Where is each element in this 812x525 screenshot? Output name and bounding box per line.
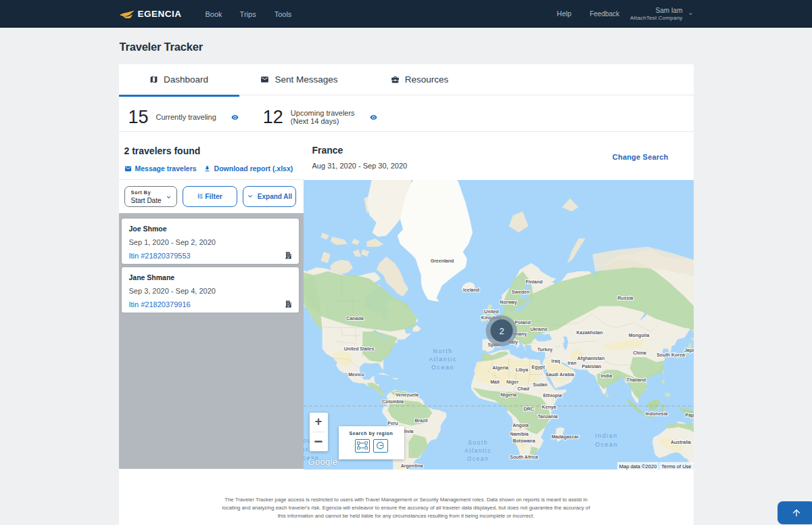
svg-text:Afghanistan: Afghanistan [577,356,604,361]
svg-text:Indian: Indian [595,432,618,439]
svg-text:United States: United States [343,346,374,351]
svg-text:Indonesia: Indonesia [645,411,667,416]
svg-text:Iraq: Iraq [551,359,560,364]
svg-text:China: China [633,350,646,355]
svg-text:Atlantic: Atlantic [429,356,457,363]
svg-text:Namibia: Namibia [510,432,528,436]
svg-text:Colombia: Colombia [382,399,404,404]
svg-text:South Africa: South Africa [510,455,538,459]
svg-text:Japan: Japan [684,348,693,353]
svg-text:Egypt: Egypt [531,365,545,370]
svg-text:DRC: DRC [523,407,533,411]
svg-text:Venezuela: Venezuela [396,392,419,397]
svg-text:Brazil: Brazil [414,418,427,423]
svg-text:Mongolia: Mongolia [628,333,649,338]
svg-text:Algeria: Algeria [492,365,508,371]
svg-text:Pakistan: Pakistan [581,364,601,369]
svg-text:Saudi Arabia: Saudi Arabia [545,372,574,377]
svg-text:United: United [484,309,499,314]
svg-text:Atlantic: Atlantic [464,447,492,454]
svg-text:Chad: Chad [517,386,529,391]
svg-text:Papua: Papua [685,413,694,418]
svg-text:Ethiopia: Ethiopia [543,393,562,398]
svg-text:Thailand: Thailand [626,378,646,382]
svg-text:Angola: Angola [512,423,529,428]
svg-text:South: South [468,439,488,446]
svg-text:Botswana: Botswana [512,438,535,443]
svg-text:Poland: Poland [515,320,530,325]
svg-text:Argentina: Argentina [400,463,423,469]
svg-text:Russia: Russia [617,296,633,300]
svg-text:Australia: Australia [671,440,691,444]
svg-text:Madagascar: Madagascar [551,434,579,440]
svg-text:Finland: Finland [525,279,542,284]
svg-text:Kazakhstan: Kazakhstan [576,330,602,335]
svg-text:Turkey: Turkey [537,347,552,352]
svg-text:Libya: Libya [515,367,527,373]
svg-text:South Korea: South Korea [656,352,685,357]
svg-text:Sweden: Sweden [511,290,529,294]
svg-text:Kenya: Kenya [542,405,556,410]
svg-text:Ocean: Ocean [594,441,617,448]
svg-text:Niger: Niger [506,380,519,385]
svg-text:2: 2 [499,325,504,336]
svg-text:Ocean: Ocean [431,364,454,371]
svg-text:Canada: Canada [346,316,363,321]
svg-text:Nigeria: Nigeria [500,392,517,398]
svg-text:Iceland: Iceland [462,288,479,292]
svg-text:North: North [433,348,453,355]
svg-text:Ukraine: Ukraine [530,327,548,332]
svg-text:Norway: Norway [500,300,517,305]
svg-text:Mali: Mali [490,380,500,384]
svg-text:Peru: Peru [387,421,398,426]
svg-text:Sudan: Sudan [533,382,547,387]
svg-text:Iran: Iran [567,361,576,365]
svg-text:Ocean: Ocean [467,455,489,462]
svg-text:Mexico: Mexico [348,372,364,377]
svg-text:Tanzania: Tanzania [538,414,558,419]
svg-text:India: India [600,373,611,378]
svg-text:Greenland: Greenland [430,258,454,263]
